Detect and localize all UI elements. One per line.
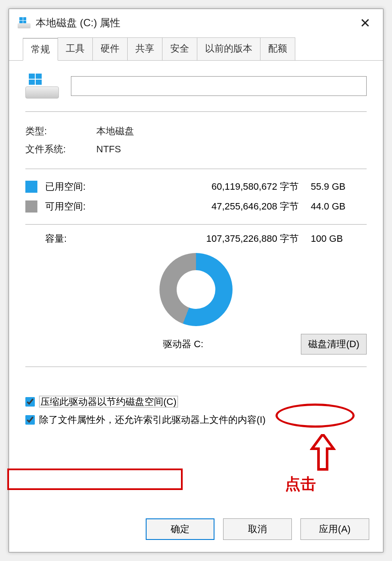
type-value: 本地磁盘 [96, 125, 134, 138]
usage-donut-chart [159, 253, 233, 326]
capacity-label: 容量: [45, 232, 107, 245]
tab-previous-versions[interactable]: 以前的版本 [197, 37, 260, 60]
compress-checkbox[interactable] [25, 397, 35, 407]
dialog-buttons: 确定 取消 应用(A) [9, 511, 383, 552]
tab-quota[interactable]: 配额 [260, 37, 295, 60]
tab-sharing[interactable]: 共享 [127, 37, 162, 60]
tab-security[interactable]: 安全 [162, 37, 197, 60]
drive-icon-large [25, 74, 59, 99]
tab-tools[interactable]: 工具 [58, 37, 93, 60]
compress-label[interactable]: 压缩此驱动器以节约磁盘空间(C) [39, 395, 178, 408]
index-row: 除了文件属性外，还允许索引此驱动器上文件的内容(I) [25, 411, 367, 429]
window-title: 本地磁盘 (C:) 属性 [36, 16, 355, 30]
free-label: 可用空间: [45, 200, 107, 213]
tab-hardware[interactable]: 硬件 [92, 37, 128, 60]
capacity-bytes: 107,375,226,880 字节 [107, 232, 311, 245]
used-swatch [25, 181, 37, 193]
index-checkbox[interactable] [25, 415, 35, 425]
annotation-text: 点击 [285, 474, 316, 495]
tab-strip: 常规 工具 硬件 共享 安全 以前的版本 配额 [9, 35, 383, 60]
free-swatch [25, 200, 37, 213]
used-gb: 55.9 GB [311, 181, 367, 192]
cancel-button[interactable]: 取消 [223, 518, 292, 540]
tab-general[interactable]: 常规 [23, 38, 58, 61]
tab-panel-general: 类型: 本地磁盘 文件系统: NTFS 已用空间: 60,119,580,672… [9, 60, 383, 511]
compress-row: 压缩此驱动器以节约磁盘空间(C) [25, 393, 367, 411]
free-gb: 44.0 GB [311, 201, 367, 212]
properties-dialog: 本地磁盘 (C:) 属性 ✕ 常规 工具 硬件 共享 安全 以前的版本 配额 类… [9, 9, 383, 552]
capacity-gb: 100 GB [311, 233, 367, 244]
close-button[interactable]: ✕ [355, 13, 374, 32]
annotation-box [7, 469, 183, 490]
filesystem-label: 文件系统: [25, 143, 96, 156]
index-label[interactable]: 除了文件属性外，还允许索引此驱动器上文件的内容(I) [39, 413, 266, 426]
filesystem-value: NTFS [96, 144, 121, 155]
free-bytes: 47,255,646,208 字节 [107, 200, 311, 213]
titlebar: 本地磁盘 (C:) 属性 ✕ [9, 9, 383, 35]
type-label: 类型: [25, 125, 96, 138]
annotation-arrow-icon [310, 434, 336, 471]
volume-name-input[interactable] [71, 76, 367, 96]
drive-icon [18, 17, 31, 28]
close-icon: ✕ [360, 15, 371, 31]
drive-caption: 驱动器 C: [163, 338, 203, 351]
apply-button[interactable]: 应用(A) [300, 518, 369, 540]
used-label: 已用空间: [45, 180, 107, 193]
disk-cleanup-button[interactable]: 磁盘清理(D) [301, 334, 367, 354]
ok-button[interactable]: 确定 [146, 518, 214, 540]
used-bytes: 60,119,580,672 字节 [107, 180, 311, 193]
